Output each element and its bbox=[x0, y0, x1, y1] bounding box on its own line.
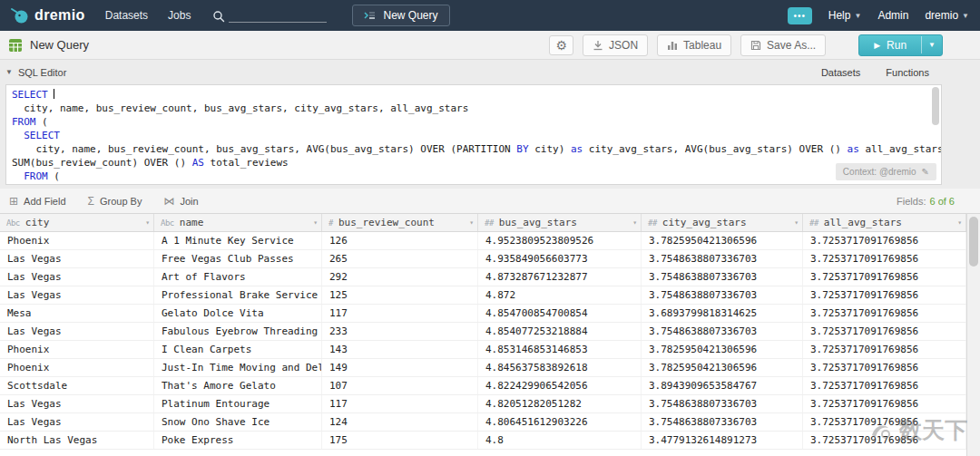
new-query-label: New Query bbox=[383, 9, 437, 22]
table-cell: 3.7253717091769856 bbox=[803, 432, 966, 449]
column-type-icon: ## bbox=[485, 218, 494, 228]
admin-link[interactable]: Admin bbox=[877, 9, 908, 22]
dremio-logo[interactable]: dremio bbox=[11, 6, 85, 24]
context-badge[interactable]: Context: @dremio ✎ bbox=[836, 163, 936, 180]
table-row[interactable]: Las VegasProfessional Brake Service1254.… bbox=[0, 286, 966, 305]
chevron-down-icon: ▼ bbox=[854, 12, 861, 20]
table-cell: North Las Vegas bbox=[0, 432, 154, 449]
results-grid: Abccity▾Abcname▾#bus_review_count▾##bus_… bbox=[0, 214, 980, 456]
column-header-all_avg_stars[interactable]: ##all_avg_stars▾ bbox=[803, 214, 966, 231]
add-field-label: Add Field bbox=[24, 196, 65, 207]
table-row[interactable]: Las VegasFabulous Eyebrow Threading2334.… bbox=[0, 323, 966, 341]
table-row[interactable]: Las VegasPlatinum Entourage1174.82051282… bbox=[0, 395, 966, 413]
nav-datasets[interactable]: Datasets bbox=[105, 9, 148, 22]
table-cell: Snow Ono Shave Ice bbox=[154, 413, 322, 431]
context-label: Context: @dremio bbox=[843, 165, 916, 179]
table-row[interactable]: Las VegasArt of Flavors2924.873287671232… bbox=[0, 268, 966, 286]
collapse-arrow-icon[interactable]: ▼ bbox=[5, 68, 13, 76]
code-line: SELECT bbox=[12, 183, 936, 185]
run-button[interactable]: ▶ Run ▼ bbox=[858, 34, 943, 56]
table-cell: 4.845637583892618 bbox=[478, 359, 642, 376]
table-cell: 3.7548638807336703 bbox=[642, 395, 803, 412]
code-line: city, name, bus_review_count, bus_avg_st… bbox=[12, 142, 936, 156]
column-name: bus_review_count bbox=[338, 217, 435, 228]
column-menu-icon[interactable]: ▾ bbox=[313, 218, 318, 227]
settings-button[interactable]: ⚙ bbox=[549, 35, 573, 55]
table-cell: Las Vegas bbox=[0, 250, 154, 267]
table-row[interactable]: PhoenixA 1 Minute Key Service1264.952380… bbox=[0, 232, 966, 250]
table-cell: 292 bbox=[322, 268, 478, 286]
column-header-name[interactable]: Abcname▾ bbox=[154, 214, 322, 231]
table-cell: 3.7825950421306596 bbox=[642, 341, 803, 358]
page-title: New Query bbox=[30, 38, 89, 52]
functions-panel-link[interactable]: Functions bbox=[886, 67, 929, 78]
code-line: SELECT bbox=[12, 129, 936, 142]
join-label: Join bbox=[180, 196, 198, 207]
column-header-city_avg_stars[interactable]: ##city_avg_stars▾ bbox=[642, 214, 803, 231]
column-name: name bbox=[180, 217, 204, 228]
save-as-button[interactable]: Save As... bbox=[740, 34, 826, 56]
table-row[interactable]: PhoenixJust-In Time Moving and Delivery1… bbox=[0, 359, 966, 377]
user-menu[interactable]: dremio ▼ bbox=[925, 9, 969, 22]
table-cell: 3.7253717091769856 bbox=[803, 359, 966, 376]
table-cell: 3.7253717091769856 bbox=[803, 250, 966, 267]
table-cell: 125 bbox=[322, 286, 478, 304]
search-input[interactable] bbox=[212, 9, 327, 23]
table-cell: 265 bbox=[322, 250, 478, 267]
table-cell: 3.7548638807336703 bbox=[642, 268, 803, 286]
table-row[interactable]: Las VegasFree Vegas Club Passes2654.9358… bbox=[0, 250, 966, 268]
datasets-panel-link[interactable]: Datasets bbox=[821, 67, 860, 78]
add-field-icon: ⊞ bbox=[9, 195, 18, 208]
vertical-scrollbar[interactable] bbox=[966, 214, 980, 456]
table-cell: Gelato Dolce Vita bbox=[154, 305, 322, 322]
column-header-city[interactable]: Abccity▾ bbox=[0, 214, 154, 231]
column-menu-icon[interactable]: ▾ bbox=[957, 218, 962, 227]
join-button[interactable]: ⋈ Join bbox=[163, 195, 198, 208]
table-cell: 149 bbox=[322, 359, 478, 376]
code-line: SUM(bus_review_count) OVER () AS total_r… bbox=[12, 156, 936, 170]
column-header-bus_review_count[interactable]: #bus_review_count▾ bbox=[322, 214, 478, 231]
json-button[interactable]: JSON bbox=[583, 34, 648, 56]
fields-label: Fields: bbox=[897, 196, 926, 207]
add-field-button[interactable]: ⊞ Add Field bbox=[9, 195, 66, 208]
group-by-button[interactable]: Σ Group By bbox=[88, 195, 142, 208]
edit-pencil-icon[interactable]: ✎ bbox=[922, 165, 929, 179]
table-row[interactable]: PhoenixI Clean Carpets1434.8531468531468… bbox=[0, 341, 966, 359]
table-cell: Las Vegas bbox=[0, 286, 154, 304]
column-type-icon: Abc bbox=[161, 218, 174, 228]
table-cell: 3.7253717091769856 bbox=[803, 305, 966, 322]
table-cell: Fabulous Eyebrow Threading bbox=[154, 323, 322, 340]
column-menu-icon[interactable]: ▾ bbox=[145, 218, 150, 227]
topbar-right-group: ••• Help ▼ Admin dremio ▼ bbox=[788, 7, 969, 24]
table-cell: 117 bbox=[322, 305, 478, 322]
new-query-icon bbox=[364, 10, 377, 21]
table-cell: A 1 Minute Key Service bbox=[154, 232, 322, 249]
chat-icon[interactable]: ••• bbox=[788, 7, 812, 24]
new-query-button[interactable]: New Query bbox=[352, 5, 449, 26]
dremio-logo-icon bbox=[11, 6, 29, 24]
table-row[interactable]: ScottsdaleThat's Amore Gelato1074.822429… bbox=[0, 377, 966, 395]
table-row[interactable]: Las VegasSnow Ono Shave Ice1244.80645161… bbox=[0, 413, 966, 432]
editor-scrollbar-thumb[interactable] bbox=[932, 87, 939, 125]
vertical-scrollbar-thumb[interactable] bbox=[969, 217, 978, 267]
nav-jobs[interactable]: Jobs bbox=[168, 9, 191, 22]
column-menu-icon[interactable]: ▾ bbox=[469, 218, 474, 227]
column-menu-icon[interactable]: ▾ bbox=[794, 218, 799, 227]
run-dropdown-caret[interactable]: ▼ bbox=[921, 36, 942, 53]
sql-code-editor[interactable]: SELECT city, name, bus_review_count, bus… bbox=[5, 84, 942, 185]
column-menu-icon[interactable]: ▾ bbox=[632, 218, 637, 227]
table-row[interactable]: MesaGelato Dolce Vita1174.85470085470085… bbox=[0, 305, 966, 323]
download-icon bbox=[593, 40, 603, 51]
table-cell: 107 bbox=[322, 377, 478, 394]
gear-icon: ⚙ bbox=[555, 38, 567, 53]
table-cell: 3.6893799818314625 bbox=[642, 305, 803, 322]
fields-count: Fields:6 of 6 bbox=[897, 196, 955, 207]
top-navigation-bar: dremio Datasets Jobs New Query ••• Help … bbox=[0, 0, 980, 31]
tableau-button[interactable]: Tableau bbox=[657, 34, 731, 56]
table-cell: 4.822429906542056 bbox=[478, 377, 642, 394]
table-row[interactable]: North Las VegasPoke Express1754.83.47791… bbox=[0, 432, 966, 450]
column-header-bus_avg_stars[interactable]: ##bus_avg_stars▾ bbox=[478, 214, 642, 231]
code-line: city, name, bus_review_count, bus_avg_st… bbox=[12, 102, 936, 115]
table-cell: 4.853146853146853 bbox=[478, 341, 642, 358]
help-menu[interactable]: Help ▼ bbox=[828, 9, 862, 22]
